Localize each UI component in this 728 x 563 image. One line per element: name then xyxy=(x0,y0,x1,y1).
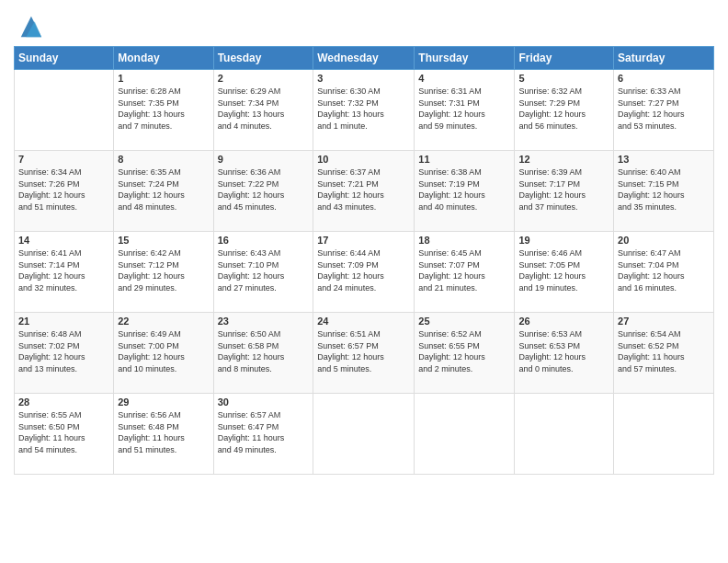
calendar-cell xyxy=(515,394,614,475)
day-number: 23 xyxy=(218,316,310,327)
calendar-cell: 28Sunrise: 6:55 AM Sunset: 6:50 PM Dayli… xyxy=(15,394,114,475)
day-info: Sunrise: 6:31 AM Sunset: 7:31 PM Dayligh… xyxy=(418,86,510,132)
calendar-cell: 25Sunrise: 6:52 AM Sunset: 6:55 PM Dayli… xyxy=(415,313,515,394)
day-info: Sunrise: 6:43 AM Sunset: 7:10 PM Dayligh… xyxy=(218,247,310,293)
calendar-cell: 3Sunrise: 6:30 AM Sunset: 7:32 PM Daylig… xyxy=(313,70,415,151)
day-info: Sunrise: 6:55 AM Sunset: 6:50 PM Dayligh… xyxy=(18,409,109,455)
day-info: Sunrise: 6:49 AM Sunset: 7:00 PM Dayligh… xyxy=(118,328,209,374)
day-number: 28 xyxy=(18,396,109,408)
calendar-cell: 18Sunrise: 6:45 AM Sunset: 7:07 PM Dayli… xyxy=(415,232,515,313)
day-info: Sunrise: 6:32 AM Sunset: 7:29 PM Dayligh… xyxy=(518,86,609,132)
day-info: Sunrise: 6:44 AM Sunset: 7:09 PM Dayligh… xyxy=(317,247,410,293)
day-number: 27 xyxy=(618,316,710,327)
calendar-cell xyxy=(313,394,415,475)
day-info: Sunrise: 6:34 AM Sunset: 7:26 PM Dayligh… xyxy=(18,167,109,213)
weekday-header-tuesday: Tuesday xyxy=(213,47,313,70)
weekday-header-wednesday: Wednesday xyxy=(313,47,415,70)
day-number: 3 xyxy=(317,73,410,84)
weekday-header-thursday: Thursday xyxy=(415,47,515,70)
logo xyxy=(14,13,43,39)
day-info: Sunrise: 6:36 AM Sunset: 7:22 PM Dayligh… xyxy=(218,167,310,213)
calendar-cell: 21Sunrise: 6:48 AM Sunset: 7:02 PM Dayli… xyxy=(15,313,114,394)
day-number: 29 xyxy=(118,396,209,408)
day-number: 24 xyxy=(317,316,410,327)
day-info: Sunrise: 6:29 AM Sunset: 7:34 PM Dayligh… xyxy=(218,86,310,132)
header xyxy=(14,9,714,39)
calendar-cell: 27Sunrise: 6:54 AM Sunset: 6:52 PM Dayli… xyxy=(614,313,714,394)
day-info: Sunrise: 6:45 AM Sunset: 7:07 PM Dayligh… xyxy=(418,247,510,293)
day-number: 2 xyxy=(218,73,310,84)
day-info: Sunrise: 6:40 AM Sunset: 7:15 PM Dayligh… xyxy=(618,167,710,213)
calendar-cell xyxy=(614,394,714,475)
calendar-cell: 4Sunrise: 6:31 AM Sunset: 7:31 PM Daylig… xyxy=(415,70,515,151)
page: SundayMondayTuesdayWednesdayThursdayFrid… xyxy=(0,0,728,563)
day-number: 18 xyxy=(418,235,510,246)
calendar-cell: 22Sunrise: 6:49 AM Sunset: 7:00 PM Dayli… xyxy=(114,313,213,394)
calendar-cell: 20Sunrise: 6:47 AM Sunset: 7:04 PM Dayli… xyxy=(614,232,714,313)
day-number: 8 xyxy=(118,154,209,165)
day-number: 1 xyxy=(118,73,209,84)
day-number: 14 xyxy=(18,235,109,246)
calendar-cell: 9Sunrise: 6:36 AM Sunset: 7:22 PM Daylig… xyxy=(213,151,313,232)
calendar-cell: 30Sunrise: 6:57 AM Sunset: 6:47 PM Dayli… xyxy=(213,394,313,475)
day-info: Sunrise: 6:35 AM Sunset: 7:24 PM Dayligh… xyxy=(118,167,209,213)
calendar-cell: 2Sunrise: 6:29 AM Sunset: 7:34 PM Daylig… xyxy=(213,70,313,151)
calendar-cell: 13Sunrise: 6:40 AM Sunset: 7:15 PM Dayli… xyxy=(614,151,714,232)
calendar-cell: 5Sunrise: 6:32 AM Sunset: 7:29 PM Daylig… xyxy=(515,70,614,151)
calendar-cell: 29Sunrise: 6:56 AM Sunset: 6:48 PM Dayli… xyxy=(114,394,213,475)
day-info: Sunrise: 6:54 AM Sunset: 6:52 PM Dayligh… xyxy=(618,328,710,374)
calendar-cell: 19Sunrise: 6:46 AM Sunset: 7:05 PM Dayli… xyxy=(515,232,614,313)
day-number: 21 xyxy=(18,316,109,327)
calendar-cell xyxy=(15,70,114,151)
day-number: 26 xyxy=(518,316,609,327)
calendar-cell: 7Sunrise: 6:34 AM Sunset: 7:26 PM Daylig… xyxy=(15,151,114,232)
day-number: 10 xyxy=(317,154,410,165)
calendar-cell: 23Sunrise: 6:50 AM Sunset: 6:58 PM Dayli… xyxy=(213,313,313,394)
week-row-1: 1Sunrise: 6:28 AM Sunset: 7:35 PM Daylig… xyxy=(15,70,714,151)
calendar-cell: 10Sunrise: 6:37 AM Sunset: 7:21 PM Dayli… xyxy=(313,151,415,232)
week-row-3: 14Sunrise: 6:41 AM Sunset: 7:14 PM Dayli… xyxy=(15,232,714,313)
day-info: Sunrise: 6:39 AM Sunset: 7:17 PM Dayligh… xyxy=(518,167,609,213)
weekday-header-row: SundayMondayTuesdayWednesdayThursdayFrid… xyxy=(15,47,714,70)
calendar-cell: 6Sunrise: 6:33 AM Sunset: 7:27 PM Daylig… xyxy=(614,70,714,151)
day-number: 20 xyxy=(618,235,710,246)
calendar-cell: 8Sunrise: 6:35 AM Sunset: 7:24 PM Daylig… xyxy=(114,151,213,232)
week-row-4: 21Sunrise: 6:48 AM Sunset: 7:02 PM Dayli… xyxy=(15,313,714,394)
day-number: 11 xyxy=(418,154,510,165)
day-info: Sunrise: 6:33 AM Sunset: 7:27 PM Dayligh… xyxy=(618,86,710,132)
calendar-table: SundayMondayTuesdayWednesdayThursdayFrid… xyxy=(14,46,714,475)
day-info: Sunrise: 6:50 AM Sunset: 6:58 PM Dayligh… xyxy=(218,328,310,374)
day-number: 15 xyxy=(118,235,209,246)
weekday-header-sunday: Sunday xyxy=(15,47,114,70)
day-number: 17 xyxy=(317,235,410,246)
day-info: Sunrise: 6:52 AM Sunset: 6:55 PM Dayligh… xyxy=(418,328,510,374)
day-info: Sunrise: 6:46 AM Sunset: 7:05 PM Dayligh… xyxy=(518,247,609,293)
day-number: 5 xyxy=(518,73,609,84)
day-info: Sunrise: 6:48 AM Sunset: 7:02 PM Dayligh… xyxy=(18,328,109,374)
calendar-cell: 16Sunrise: 6:43 AM Sunset: 7:10 PM Dayli… xyxy=(213,232,313,313)
day-info: Sunrise: 6:37 AM Sunset: 7:21 PM Dayligh… xyxy=(317,167,410,213)
day-info: Sunrise: 6:28 AM Sunset: 7:35 PM Dayligh… xyxy=(118,86,209,132)
day-info: Sunrise: 6:47 AM Sunset: 7:04 PM Dayligh… xyxy=(618,247,710,293)
calendar-cell: 1Sunrise: 6:28 AM Sunset: 7:35 PM Daylig… xyxy=(114,70,213,151)
day-number: 9 xyxy=(218,154,310,165)
day-info: Sunrise: 6:51 AM Sunset: 6:57 PM Dayligh… xyxy=(317,328,410,374)
week-row-2: 7Sunrise: 6:34 AM Sunset: 7:26 PM Daylig… xyxy=(15,151,714,232)
day-number: 22 xyxy=(118,316,209,327)
day-info: Sunrise: 6:42 AM Sunset: 7:12 PM Dayligh… xyxy=(118,247,209,293)
day-number: 4 xyxy=(418,73,510,84)
weekday-header-saturday: Saturday xyxy=(614,47,714,70)
week-row-5: 28Sunrise: 6:55 AM Sunset: 6:50 PM Dayli… xyxy=(15,394,714,475)
day-number: 13 xyxy=(618,154,710,165)
weekday-header-friday: Friday xyxy=(515,47,614,70)
calendar-cell: 14Sunrise: 6:41 AM Sunset: 7:14 PM Dayli… xyxy=(15,232,114,313)
day-info: Sunrise: 6:38 AM Sunset: 7:19 PM Dayligh… xyxy=(418,167,510,213)
weekday-header-monday: Monday xyxy=(114,47,213,70)
day-info: Sunrise: 6:41 AM Sunset: 7:14 PM Dayligh… xyxy=(18,247,109,293)
day-number: 16 xyxy=(218,235,310,246)
day-number: 30 xyxy=(218,396,310,408)
calendar-cell: 17Sunrise: 6:44 AM Sunset: 7:09 PM Dayli… xyxy=(313,232,415,313)
day-number: 19 xyxy=(518,235,609,246)
calendar-cell: 26Sunrise: 6:53 AM Sunset: 6:53 PM Dayli… xyxy=(515,313,614,394)
calendar-cell: 11Sunrise: 6:38 AM Sunset: 7:19 PM Dayli… xyxy=(415,151,515,232)
